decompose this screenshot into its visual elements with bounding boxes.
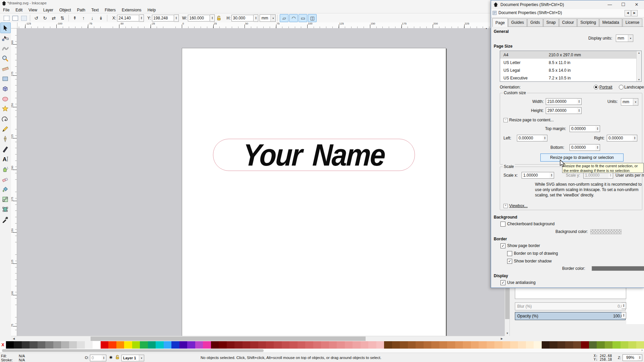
palette-swatch[interactable] [408, 341, 416, 349]
top-margin-field[interactable]: 0.00000 [570, 125, 596, 132]
palette-swatch[interactable] [605, 341, 612, 349]
menu-filters[interactable]: Filters [102, 7, 119, 13]
palette-swatch[interactable] [77, 341, 85, 349]
palette-swatch[interactable] [305, 341, 313, 349]
palette-swatch[interactable] [298, 341, 305, 349]
palette-swatch[interactable] [636, 341, 644, 349]
tool-pencil[interactable] [0, 124, 10, 134]
transform-patterns-toggle[interactable]: ◫ [308, 14, 317, 22]
lower-button[interactable]: ↓ [88, 14, 96, 22]
close-button[interactable]: ✕ [631, 0, 642, 9]
palette-swatch[interactable] [108, 341, 116, 349]
palette-swatch[interactable] [85, 341, 93, 349]
resize-page-button[interactable]: Resize page to drawing or selection [540, 154, 624, 162]
palette-swatch[interactable] [345, 341, 353, 349]
palette-swatch[interactable] [368, 341, 376, 349]
tool-tweak[interactable] [0, 43, 10, 53]
w-spinner[interactable]: ▲▼ [210, 14, 215, 22]
palette-swatch[interactable] [487, 341, 494, 349]
menu-view[interactable]: View [25, 7, 40, 13]
palette-swatch[interactable] [471, 341, 479, 349]
palette-swatch[interactable] [353, 341, 360, 349]
palette-swatch[interactable] [30, 341, 37, 349]
palette-swatch[interactable] [542, 341, 549, 349]
palette-swatch[interactable] [187, 341, 195, 349]
scale-x-spinner[interactable]: ▲▼ [549, 172, 554, 179]
layer-lock-icon[interactable] [115, 355, 119, 359]
vertical-ruler[interactable]: 30027525022520017515012510075 [11, 28, 17, 336]
right-margin-spinner[interactable]: ▲▼ [633, 135, 637, 141]
palette-swatch[interactable] [392, 341, 400, 349]
border-top-label[interactable]: Border on top of drawing [514, 251, 558, 256]
palette-swatch[interactable] [329, 341, 337, 349]
height-spinner[interactable]: ▲▼ [577, 107, 582, 114]
tool-zoom[interactable] [0, 53, 10, 63]
palette-scrollbar[interactable]: › [0, 349, 644, 353]
antialias-label[interactable]: Use antialiasing [507, 280, 536, 285]
palette-scroll-thumb[interactable] [2, 349, 264, 352]
palette-swatch[interactable] [337, 341, 344, 349]
palette-swatch[interactable] [612, 341, 620, 349]
tool-node-editor[interactable] [0, 33, 10, 43]
palette-swatch[interactable] [439, 341, 447, 349]
page-size-row-us-legal[interactable]: US Legal8.5 x 14.0 in [500, 66, 641, 74]
landscape-label[interactable]: Landscape [624, 85, 644, 89]
palette-swatch[interactable] [61, 341, 69, 349]
deselect-button[interactable] [20, 14, 28, 22]
palette-swatch[interactable] [14, 341, 21, 349]
palette-swatch[interactable] [203, 341, 211, 349]
tool-paint-bucket[interactable] [0, 184, 10, 194]
show-border-checkbox[interactable]: ✓ [500, 243, 505, 248]
scroll-left-icon[interactable]: ◀ [11, 336, 16, 341]
palette-swatch[interactable] [455, 341, 463, 349]
bottom-margin-field[interactable]: 0.00000 [570, 144, 596, 151]
page-size-list[interactable]: A4210.0 x 297.0 mmUS Letter8.5 x 11.0 in… [500, 51, 642, 82]
y-field[interactable]: 198.248 [152, 15, 174, 21]
canvas[interactable]: Your Name ▼ [17, 28, 504, 336]
y-spinner[interactable]: ▲▼ [174, 14, 179, 22]
background-color-swatch[interactable] [590, 229, 622, 234]
landscape-radio[interactable] [619, 85, 624, 89]
blur-spinner[interactable]: ▲▼ [622, 302, 626, 309]
no-color-swatch[interactable]: X [0, 341, 6, 349]
palette-swatch[interactable] [557, 341, 565, 349]
horizontal-ruler[interactable]: -125-100-75-50-2502550751001251501752002… [11, 22, 491, 28]
x-spinner[interactable]: ▲▼ [139, 14, 144, 22]
display-units-select[interactable]: mm▾ [616, 35, 633, 42]
w-field[interactable]: 160.000 [188, 15, 210, 21]
palette-swatch[interactable] [581, 341, 589, 349]
tab-license[interactable]: License [623, 18, 642, 26]
palette-swatch[interactable] [376, 341, 384, 349]
palette-swatch[interactable] [463, 341, 471, 349]
tool-star[interactable] [0, 104, 10, 114]
checkerboard-checkbox[interactable] [500, 222, 505, 227]
palette-swatch[interactable] [227, 341, 234, 349]
viewbox-label[interactable]: Viewbox... [509, 203, 528, 208]
viewbox-expander-icon[interactable]: + [503, 204, 508, 208]
rotate-ccw-button[interactable]: ↺ [32, 14, 40, 22]
raise-to-top-button[interactable]: ↟ [71, 14, 79, 22]
page-size-row-us-letter[interactable]: US Letter8.5 x 11.0 in [500, 59, 641, 66]
scale-x-field[interactable]: 1.00000 [522, 172, 550, 179]
palette-swatch[interactable] [179, 341, 187, 349]
tab-metadata[interactable]: Metadata [599, 18, 622, 26]
page[interactable]: Your Name [182, 48, 446, 336]
palette-swatch[interactable] [140, 341, 148, 349]
palette-swatch[interactable] [621, 341, 628, 349]
palette-swatch[interactable] [156, 341, 163, 349]
tab-guides[interactable]: Guides [508, 18, 527, 26]
palette-swatch[interactable] [400, 341, 408, 349]
units-select[interactable]: mm▾ [260, 14, 276, 22]
palette-swatch[interactable] [6, 341, 14, 349]
horizontal-scroll-thumb[interactable] [91, 337, 366, 341]
flip-vertical-button[interactable]: ⇅ [58, 14, 66, 22]
tool-spiral[interactable] [0, 114, 10, 124]
palette-swatch[interactable] [124, 341, 132, 349]
left-margin-field[interactable]: 0.00000 [517, 135, 543, 141]
top-margin-spinner[interactable]: ▲▼ [595, 125, 600, 132]
horizontal-scrollbar[interactable]: ◀ ▶ [11, 336, 504, 342]
show-shadow-checkbox[interactable]: ✓ [507, 259, 512, 264]
blur-slider[interactable]: Blur (%) 0.0 [515, 302, 626, 310]
palette-scroll-right-icon[interactable]: › [641, 348, 643, 352]
palette-swatch[interactable] [219, 341, 226, 349]
